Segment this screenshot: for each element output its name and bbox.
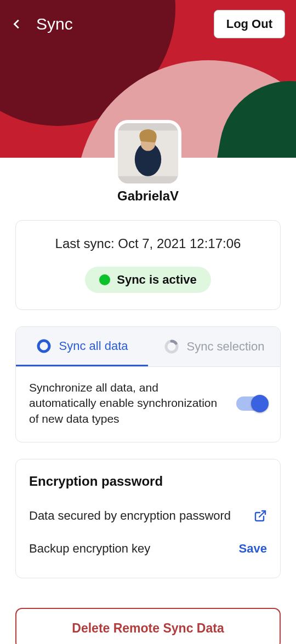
delete-remote-data-button[interactable]: Delete Remote Sync Data bbox=[15, 608, 281, 644]
back-icon[interactable] bbox=[11, 18, 23, 30]
page-title: Sync bbox=[36, 15, 73, 33]
sync-all-description: Synchronize all data, and automatically … bbox=[29, 380, 225, 427]
sync-status-card: Last sync: Oct 7, 2021 12:17:06 Sync is … bbox=[15, 220, 281, 310]
circle-open-icon bbox=[36, 338, 52, 354]
avatar-image bbox=[118, 123, 178, 183]
username: GabrielaV bbox=[0, 188, 296, 204]
tab-sync-selection[interactable]: Sync selection bbox=[148, 327, 280, 366]
top-bar: Sync Log Out bbox=[0, 9, 296, 39]
encryption-card: Encryption password Data secured by encr… bbox=[15, 459, 281, 578]
avatar[interactable] bbox=[118, 123, 178, 183]
sync-all-toggle[interactable] bbox=[236, 396, 267, 411]
sync-status-text: Sync is active bbox=[117, 273, 197, 287]
external-link-icon bbox=[254, 509, 267, 522]
tab-sync-all[interactable]: Sync all data bbox=[16, 327, 148, 366]
sync-options-card: Sync all data Sync selection Synchronize… bbox=[15, 326, 281, 442]
sync-tabs: Sync all data Sync selection bbox=[16, 327, 280, 367]
tab-label: Sync selection bbox=[187, 340, 265, 354]
encryption-secured-label: Data secured by encryption password bbox=[29, 509, 231, 523]
backup-key-label: Backup encryption key bbox=[29, 542, 150, 556]
svg-rect-2 bbox=[118, 176, 178, 183]
sync-screen: Sync Log Out GabrielaV Last sync: Oct 7,… bbox=[0, 0, 296, 644]
sync-status-pill: Sync is active bbox=[85, 267, 211, 293]
status-dot-icon bbox=[99, 274, 110, 285]
backup-key-row: Backup encryption key Save bbox=[29, 536, 267, 561]
last-sync-label: Last sync: Oct 7, 2021 12:17:06 bbox=[27, 236, 269, 251]
encryption-title: Encryption password bbox=[29, 474, 267, 489]
circle-progress-icon bbox=[164, 339, 179, 354]
encryption-secured-row[interactable]: Data secured by encryption password bbox=[29, 503, 267, 528]
logout-button[interactable]: Log Out bbox=[214, 10, 285, 38]
svg-line-7 bbox=[259, 511, 265, 517]
tab-label: Sync all data bbox=[59, 339, 128, 353]
svg-point-5 bbox=[38, 341, 49, 352]
save-backup-key-button[interactable]: Save bbox=[239, 542, 267, 556]
